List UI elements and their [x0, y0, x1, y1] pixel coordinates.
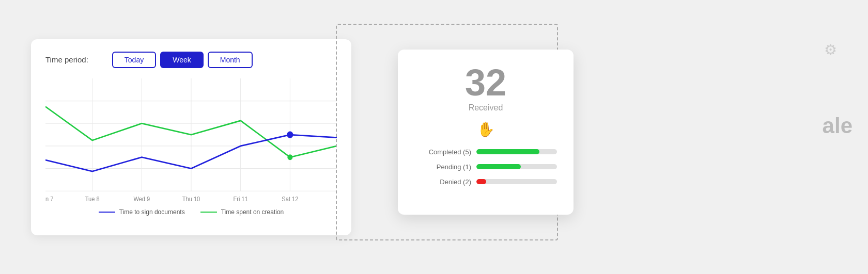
- legend-blue: Time to sign documents: [99, 208, 185, 216]
- pending-label: Pending (1): [414, 163, 471, 171]
- green-legend-label: Time spent on creation: [221, 208, 284, 216]
- stat-row-pending: Pending (1): [414, 163, 557, 171]
- green-dot: [287, 154, 292, 160]
- stat-row-denied: Denied (2): [414, 178, 557, 186]
- stats-container: 32 Received ✋ Completed (5) Pending (1): [367, 39, 563, 235]
- blue-dot: [287, 131, 293, 138]
- denied-bar: [476, 179, 486, 184]
- blue-legend-line: [99, 212, 115, 213]
- gear-icon[interactable]: ⚙: [824, 42, 837, 58]
- received-number: 32: [414, 64, 557, 101]
- stat-row-completed: Completed (5): [414, 148, 557, 156]
- legend-green: Time spent on creation: [200, 208, 284, 216]
- pending-bar: [476, 164, 521, 169]
- chart-legend: Time to sign documents Time spent on cre…: [45, 208, 337, 216]
- blue-legend-label: Time to sign documents: [119, 208, 185, 216]
- denied-label: Denied (2): [414, 178, 471, 186]
- time-period-label: Time period:: [45, 55, 88, 64]
- completed-label: Completed (5): [414, 148, 471, 156]
- right-partial-text: ale: [823, 114, 853, 138]
- today-button[interactable]: Today: [112, 52, 156, 68]
- svg-text:Sat 12: Sat 12: [282, 196, 298, 202]
- chart-card: Time period: Today Week Month: [31, 39, 351, 235]
- chart-svg: Mon 7 Tue 8 Wed 9 Thu 10 Fri 11 Sat 12: [45, 78, 337, 202]
- main-container: Time period: Today Week Month: [0, 0, 868, 274]
- denied-track: [476, 179, 557, 184]
- svg-text:Thu 10: Thu 10: [182, 196, 200, 202]
- completed-bar: [476, 149, 539, 154]
- stats-content: 32 Received ✋ Completed (5) Pending (1): [414, 64, 557, 186]
- week-button[interactable]: Week: [160, 52, 204, 68]
- completed-track: [476, 149, 557, 154]
- green-legend-line: [200, 212, 217, 213]
- received-label: Received: [414, 103, 557, 112]
- gear-area: ⚙: [824, 41, 837, 58]
- svg-text:Tue 8: Tue 8: [85, 196, 100, 202]
- svg-text:Wed 9: Wed 9: [133, 196, 150, 202]
- svg-text:Fri 11: Fri 11: [234, 196, 248, 202]
- hand-icon: ✋: [414, 121, 557, 138]
- month-button[interactable]: Month: [208, 52, 253, 68]
- svg-text:Mon 7: Mon 7: [45, 196, 53, 202]
- chart-area: Mon 7 Tue 8 Wed 9 Thu 10 Fri 11 Sat 12: [45, 78, 337, 202]
- stats-card: 32 Received ✋ Completed (5) Pending (1): [398, 50, 574, 215]
- time-buttons: Today Week Month: [112, 52, 253, 68]
- pending-track: [476, 164, 557, 169]
- chart-header: Time period: Today Week Month: [45, 52, 337, 68]
